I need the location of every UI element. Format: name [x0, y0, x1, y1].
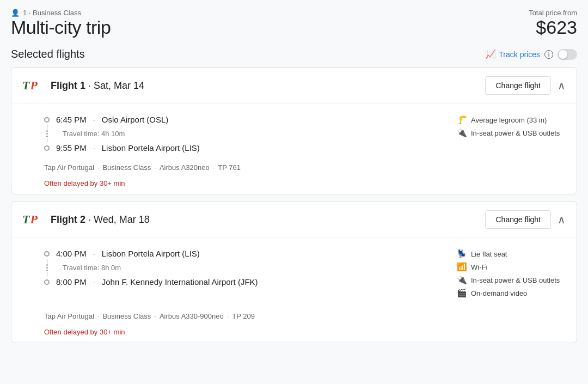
flight-route: 4:00 PM · Lisbon Portela Airport (LIS) T… [44, 249, 446, 287]
tap-logo-p: P [30, 212, 37, 227]
flight-body: 4:00 PM · Lisbon Portela Airport (LIS) T… [11, 238, 577, 310]
route-connector: Travel time: 4h 10m [44, 124, 446, 143]
amenity-item: 🎬 On-demand video [457, 288, 566, 298]
delay-warning: Often delayed by 30+ min [11, 327, 577, 343]
tap-logo-t: T [22, 78, 29, 93]
flight-card-header: TP Flight 1 · Sat, Mar 14 Change flight … [11, 68, 577, 104]
flight-title: Flight 1 · Sat, Mar 14 [51, 80, 144, 92]
flight-header-left: TP Flight 1 · Sat, Mar 14 [22, 78, 144, 93]
total-price-label: Total price from [529, 9, 577, 17]
arrival-dot [44, 145, 50, 151]
flight-card-1: TP Flight 1 · Sat, Mar 14 Change flight … [11, 67, 577, 194]
flight-details-row: Tap Air Portugal · Business Class · Airb… [11, 310, 577, 327]
departure-point: 4:00 PM · Lisbon Portela Airport (LIS) [44, 249, 446, 258]
arrival-time: 9:55 PM [56, 143, 87, 153]
amenity-icon: 📶 [457, 262, 467, 272]
amenity-text: In-seat power & USB outlets [471, 129, 560, 137]
flight-title: Flight 2 · Wed, Mar 18 [51, 214, 150, 225]
toggle-knob [559, 50, 567, 59]
flight-amenities: 💺 Lie flat seat 📶 Wi-Fi 🔌 In-seat power … [446, 249, 566, 301]
arrival-airport: Lisbon Portela Airport (LIS) [102, 143, 200, 153]
tap-logo-t: T [22, 212, 29, 227]
arrival-dot [44, 279, 50, 285]
track-prices-info-icon[interactable]: i [544, 50, 553, 59]
amenity-text: On-demand video [471, 289, 527, 297]
flight-card-header: TP Flight 2 · Wed, Mar 18 Change flight … [11, 202, 577, 238]
airline-logo: TP [22, 212, 44, 227]
flight-class: Business Class [102, 312, 151, 320]
person-icon: 👤 [11, 9, 20, 17]
change-flight-button[interactable]: Change flight [485, 210, 551, 229]
amenity-text: Lie flat seat [471, 250, 507, 258]
arrival-point: 9:55 PM · Lisbon Portela Airport (LIS) [44, 143, 446, 153]
flight-airline: Tap Air Portugal [44, 312, 94, 320]
travel-time: Travel time: 8h 0m [63, 261, 121, 274]
flight-card-2: TP Flight 2 · Wed, Mar 18 Change flight … [11, 201, 577, 343]
amenity-icon: 🎬 [457, 288, 467, 298]
departure-airport: Oslo Airport (OSL) [102, 115, 169, 124]
trip-title: Multi-city trip [11, 17, 111, 38]
change-flight-button[interactable]: Change flight [485, 76, 551, 95]
airline-logo: TP [22, 78, 44, 93]
amenity-text: In-seat power & USB outlets [471, 276, 560, 284]
total-price: $623 [529, 17, 577, 38]
flight-code: TP 761 [218, 163, 241, 172]
amenity-item: 📶 Wi-Fi [457, 262, 566, 272]
track-prices-button[interactable]: 📈 Track prices [485, 49, 540, 59]
delay-warning: Often delayed by 30+ min [11, 178, 577, 194]
departure-airport: Lisbon Portela Airport (LIS) [102, 249, 200, 258]
collapse-button[interactable]: ∧ [558, 213, 566, 226]
amenity-text: Wi-Fi [471, 263, 487, 271]
flight-airline: Tap Air Portugal [44, 163, 94, 172]
traveler-info: 👤 1 · Business Class [11, 9, 111, 17]
amenity-item: 🦵 Average legroom (33 in) [457, 115, 566, 125]
amenity-icon: 🦵 [457, 115, 467, 125]
arrival-airport: John F. Kennedy International Airport (J… [102, 277, 258, 287]
track-prices-icon: 📈 [485, 49, 496, 59]
selected-flights-label: Selected flights [11, 48, 85, 60]
travel-time: Travel time: 4h 10m [63, 127, 125, 140]
flight-header-right: Change flight ∧ [485, 210, 566, 229]
flight-body: 6:45 PM · Oslo Airport (OSL) Travel time… [11, 104, 577, 161]
departure-dot [44, 251, 50, 257]
flight-header-right: Change flight ∧ [485, 76, 566, 95]
amenity-icon: 💺 [457, 249, 467, 259]
amenity-item: 💺 Lie flat seat [457, 249, 566, 259]
amenity-icon: 🔌 [457, 128, 467, 138]
amenity-item: 🔌 In-seat power & USB outlets [457, 275, 566, 285]
arrival-time: 8:00 PM [56, 277, 87, 287]
arrival-point: 8:00 PM · John F. Kennedy International … [44, 277, 446, 287]
flight-aircraft: Airbus A320neo [160, 163, 210, 172]
flight-header-left: TP Flight 2 · Wed, Mar 18 [22, 212, 150, 227]
amenity-icon: 🔌 [457, 275, 467, 285]
departure-dot [44, 117, 50, 123]
flight-code: TP 209 [232, 312, 255, 320]
flight-aircraft: Airbus A330-900neo [160, 312, 224, 320]
tap-logo-p: P [30, 78, 37, 93]
flight-details-row: Tap Air Portugal · Business Class · Airb… [11, 161, 577, 178]
departure-time: 6:45 PM [56, 115, 87, 124]
collapse-button[interactable]: ∧ [558, 79, 566, 92]
departure-time: 4:00 PM [56, 249, 87, 258]
departure-point: 6:45 PM · Oslo Airport (OSL) [44, 115, 446, 124]
route-connector: Travel time: 8h 0m [44, 258, 446, 277]
flight-route: 6:45 PM · Oslo Airport (OSL) Travel time… [44, 115, 446, 153]
flight-amenities: 🦵 Average legroom (33 in) 🔌 In-seat powe… [446, 115, 566, 141]
flight-class: Business Class [102, 163, 151, 172]
amenity-text: Average legroom (33 in) [471, 116, 547, 124]
amenity-item: 🔌 In-seat power & USB outlets [457, 128, 566, 138]
track-prices-toggle[interactable] [558, 49, 577, 60]
